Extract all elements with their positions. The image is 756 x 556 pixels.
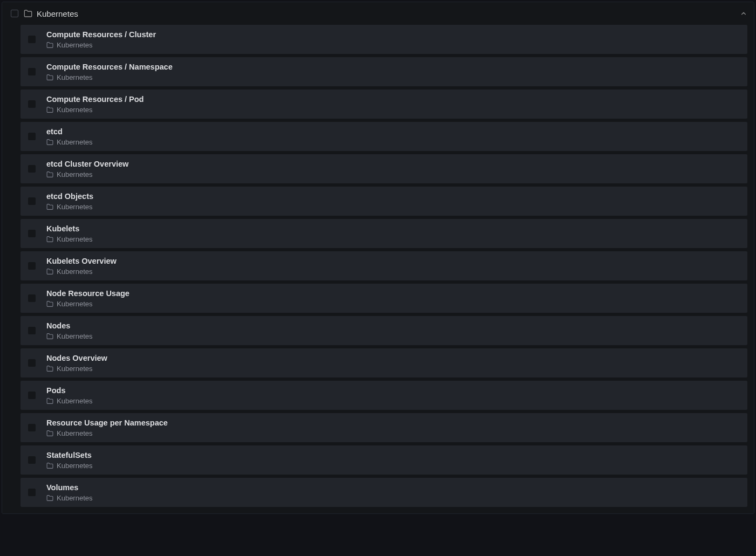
item-select-checkbox[interactable]: [28, 489, 36, 496]
item-body: Resource Usage per NamespaceKubernetes: [46, 418, 168, 437]
dashboard-item[interactable]: Nodes OverviewKubernetes: [21, 348, 747, 377]
item-folder-link[interactable]: Kubernetes: [46, 236, 93, 243]
item-folder-label: Kubernetes: [57, 203, 93, 210]
item-select-checkbox[interactable]: [28, 197, 36, 205]
item-title: etcd Cluster Overview: [46, 160, 128, 169]
folder-select-checkbox[interactable]: [11, 10, 18, 17]
folder-icon: [46, 268, 53, 275]
item-folder-link[interactable]: Kubernetes: [46, 300, 130, 307]
folder-icon: [24, 9, 32, 18]
item-folder-label: Kubernetes: [57, 397, 93, 404]
dashboard-items-list: Compute Resources / ClusterKubernetesCom…: [2, 25, 754, 513]
item-folder-link[interactable]: Kubernetes: [46, 106, 144, 113]
item-select-checkbox[interactable]: [28, 327, 36, 334]
item-body: etcd ObjectsKubernetes: [46, 192, 93, 210]
dashboard-item[interactable]: Resource Usage per NamespaceKubernetes: [21, 413, 747, 442]
item-select-checkbox[interactable]: [28, 133, 36, 140]
item-folder-label: Kubernetes: [57, 333, 93, 340]
folder-icon: [46, 139, 53, 146]
item-title: Nodes: [46, 321, 93, 331]
item-folder-link[interactable]: Kubernetes: [46, 462, 93, 469]
item-body: NodesKubernetes: [46, 321, 93, 340]
item-title: StatefulSets: [46, 451, 93, 460]
item-title: Compute Resources / Cluster: [46, 30, 156, 39]
folder-panel: Kubernetes Compute Resources / ClusterKu…: [2, 2, 754, 514]
dashboard-item[interactable]: Compute Resources / PodKubernetes: [21, 90, 747, 119]
item-title: Compute Resources / Namespace: [46, 63, 173, 72]
item-select-checkbox[interactable]: [28, 262, 36, 270]
dashboard-item[interactable]: KubeletsKubernetes: [21, 219, 747, 248]
item-title: etcd: [46, 127, 93, 136]
item-title: Pods: [46, 386, 93, 395]
dashboard-item[interactable]: Compute Resources / NamespaceKubernetes: [21, 57, 747, 86]
item-folder-link[interactable]: Kubernetes: [46, 430, 168, 437]
item-body: StatefulSetsKubernetes: [46, 451, 93, 469]
item-folder-link[interactable]: Kubernetes: [46, 365, 107, 372]
item-title: Kubelets: [46, 224, 93, 234]
item-folder-label: Kubernetes: [57, 42, 93, 49]
dashboard-item[interactable]: etcd ObjectsKubernetes: [21, 187, 747, 216]
item-select-checkbox[interactable]: [28, 456, 36, 464]
item-folder-link[interactable]: Kubernetes: [46, 495, 93, 502]
item-body: Nodes OverviewKubernetes: [46, 354, 107, 372]
item-select-checkbox[interactable]: [28, 165, 36, 173]
item-folder-link[interactable]: Kubernetes: [46, 397, 93, 404]
folder-icon: [46, 365, 53, 372]
item-select-checkbox[interactable]: [28, 294, 36, 302]
item-folder-link[interactable]: Kubernetes: [46, 203, 93, 210]
item-title: Volumes: [46, 483, 93, 492]
item-body: VolumesKubernetes: [46, 483, 93, 502]
item-select-checkbox[interactable]: [28, 424, 36, 431]
folder-icon: [46, 106, 53, 113]
dashboard-item[interactable]: NodesKubernetes: [21, 316, 747, 345]
item-folder-label: Kubernetes: [57, 268, 93, 275]
item-folder-label: Kubernetes: [57, 300, 93, 307]
dashboard-item[interactable]: PodsKubernetes: [21, 381, 747, 410]
folder-header[interactable]: Kubernetes: [2, 2, 754, 25]
dashboard-item[interactable]: Compute Resources / ClusterKubernetes: [21, 25, 747, 54]
item-select-checkbox[interactable]: [28, 68, 36, 75]
item-folder-link[interactable]: Kubernetes: [46, 268, 117, 275]
item-folder-link[interactable]: Kubernetes: [46, 139, 93, 146]
chevron-up-icon: [740, 10, 747, 17]
item-folder-label: Kubernetes: [57, 365, 93, 372]
item-folder-label: Kubernetes: [57, 171, 93, 178]
dashboard-item[interactable]: Kubelets OverviewKubernetes: [21, 251, 747, 280]
dashboard-item[interactable]: etcdKubernetes: [21, 122, 747, 151]
item-select-checkbox[interactable]: [28, 359, 36, 367]
folder-icon: [46, 42, 53, 49]
folder-icon: [46, 203, 53, 210]
item-folder-label: Kubernetes: [57, 495, 93, 502]
folder-icon: [46, 171, 53, 178]
item-body: PodsKubernetes: [46, 386, 93, 404]
dashboard-item[interactable]: VolumesKubernetes: [21, 478, 747, 507]
item-title: Resource Usage per Namespace: [46, 418, 168, 428]
item-folder-label: Kubernetes: [57, 139, 93, 146]
folder-icon: [46, 74, 53, 81]
item-folder-label: Kubernetes: [57, 106, 93, 113]
item-folder-link[interactable]: Kubernetes: [46, 42, 156, 49]
item-select-checkbox[interactable]: [28, 392, 36, 399]
item-folder-link[interactable]: Kubernetes: [46, 171, 128, 178]
dashboard-item[interactable]: StatefulSetsKubernetes: [21, 445, 747, 475]
folder-icon: [46, 495, 53, 502]
item-body: Compute Resources / PodKubernetes: [46, 95, 144, 113]
folder-icon: [46, 300, 53, 307]
item-body: Kubelets OverviewKubernetes: [46, 257, 117, 275]
item-folder-link[interactable]: Kubernetes: [46, 333, 93, 340]
item-select-checkbox[interactable]: [28, 230, 36, 237]
item-folder-link[interactable]: Kubernetes: [46, 74, 173, 81]
item-body: etcd Cluster OverviewKubernetes: [46, 160, 128, 178]
dashboard-item[interactable]: Node Resource UsageKubernetes: [21, 284, 747, 313]
item-title: Node Resource Usage: [46, 289, 130, 298]
item-body: Compute Resources / NamespaceKubernetes: [46, 63, 173, 81]
dashboard-item[interactable]: etcd Cluster OverviewKubernetes: [21, 154, 747, 183]
item-title: Kubelets Overview: [46, 257, 117, 266]
folder-icon: [46, 236, 53, 243]
folder-icon: [46, 397, 53, 404]
item-title: Nodes Overview: [46, 354, 107, 363]
item-body: etcdKubernetes: [46, 127, 93, 146]
item-folder-label: Kubernetes: [57, 236, 93, 243]
item-select-checkbox[interactable]: [28, 100, 36, 108]
item-select-checkbox[interactable]: [28, 36, 36, 43]
